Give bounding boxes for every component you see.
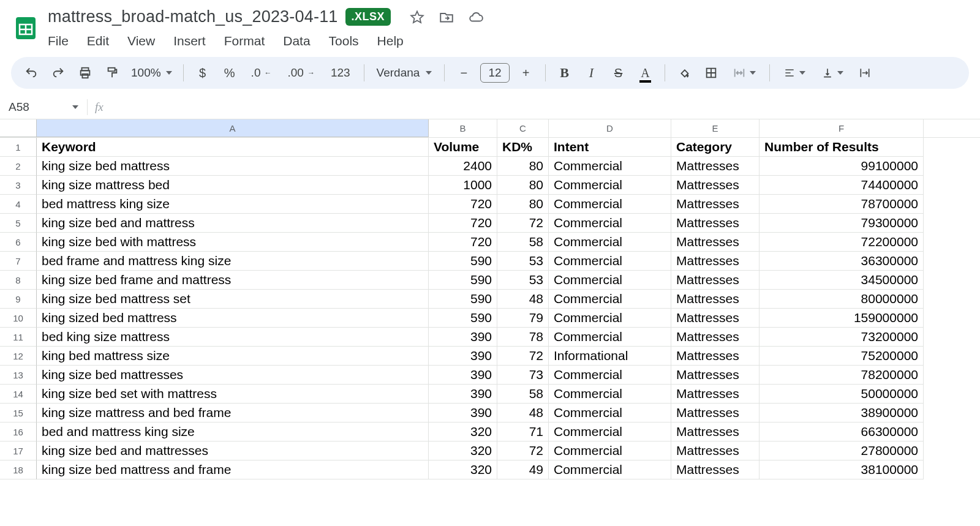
row-header[interactable]: 5 — [0, 214, 37, 233]
cell-B14[interactable]: 390 — [429, 385, 497, 404]
cell-A1[interactable]: Keyword — [37, 138, 429, 157]
cell-B13[interactable]: 390 — [429, 366, 497, 385]
cell-F17[interactable]: 27800000 — [760, 441, 924, 460]
cell-C6[interactable]: 58 — [497, 233, 549, 252]
cell-C7[interactable]: 53 — [497, 252, 549, 271]
cell-E4[interactable]: Mattresses — [671, 195, 760, 214]
undo-button[interactable] — [21, 62, 42, 83]
cell-D11[interactable]: Commercial — [549, 328, 671, 347]
cell-B2[interactable]: 2400 — [429, 157, 497, 176]
row-header[interactable]: 17 — [0, 441, 37, 460]
cell-B5[interactable]: 720 — [429, 214, 497, 233]
cell-B17[interactable]: 320 — [429, 441, 497, 460]
font-size-increase[interactable]: + — [516, 62, 537, 83]
cell-B4[interactable]: 720 — [429, 195, 497, 214]
cell-B8[interactable]: 590 — [429, 271, 497, 290]
row-header[interactable]: 10 — [0, 309, 37, 328]
print-button[interactable] — [75, 62, 96, 83]
cell-C4[interactable]: 80 — [497, 195, 549, 214]
cell-C1[interactable]: KD% — [497, 138, 549, 157]
borders-button[interactable] — [701, 62, 722, 83]
bold-button[interactable]: B — [554, 62, 575, 83]
cell-B1[interactable]: Volume — [429, 138, 497, 157]
cell-A3[interactable]: king size mattress bed — [37, 176, 429, 195]
cell-C12[interactable]: 72 — [497, 347, 549, 366]
text-wrap-button[interactable] — [854, 62, 875, 83]
strikethrough-button[interactable]: S — [608, 62, 629, 83]
cell-A13[interactable]: king size bed mattresses — [37, 366, 429, 385]
fill-color-button[interactable] — [674, 62, 695, 83]
column-header-C[interactable]: C — [497, 119, 549, 137]
row-header[interactable]: 8 — [0, 271, 37, 290]
row-header[interactable]: 14 — [0, 385, 37, 404]
merge-cells-button[interactable] — [728, 62, 761, 83]
cell-F16[interactable]: 66300000 — [760, 423, 924, 441]
cell-E11[interactable]: Mattresses — [671, 328, 760, 347]
cell-B16[interactable]: 320 — [429, 423, 497, 441]
vertical-align-button[interactable] — [816, 62, 848, 83]
cell-C13[interactable]: 73 — [497, 366, 549, 385]
redo-button[interactable] — [48, 62, 69, 83]
row-header[interactable]: 12 — [0, 347, 37, 366]
cell-F13[interactable]: 78200000 — [760, 366, 924, 385]
row-header[interactable]: 18 — [0, 460, 37, 479]
cell-D16[interactable]: Commercial — [549, 423, 671, 441]
row-header[interactable]: 4 — [0, 195, 37, 214]
row-header[interactable]: 1 — [0, 138, 37, 157]
cell-E8[interactable]: Mattresses — [671, 271, 760, 290]
cell-D15[interactable]: Commercial — [549, 404, 671, 423]
cell-F8[interactable]: 34500000 — [760, 271, 924, 290]
cell-F9[interactable]: 80000000 — [760, 290, 924, 309]
cell-C16[interactable]: 71 — [497, 423, 549, 441]
cell-E15[interactable]: Mattresses — [671, 404, 760, 423]
move-icon[interactable] — [439, 9, 454, 25]
cell-D17[interactable]: Commercial — [549, 441, 671, 460]
cell-E2[interactable]: Mattresses — [671, 157, 760, 176]
cell-B3[interactable]: 1000 — [429, 176, 497, 195]
row-header[interactable]: 3 — [0, 176, 37, 195]
cell-F1[interactable]: Number of Results — [760, 138, 924, 157]
menu-edit[interactable]: Edit — [87, 32, 109, 50]
cell-A17[interactable]: king size bed and mattresses — [37, 441, 429, 460]
horizontal-align-button[interactable] — [778, 62, 810, 83]
cell-F15[interactable]: 38900000 — [760, 404, 924, 423]
cell-D14[interactable]: Commercial — [549, 385, 671, 404]
menu-view[interactable]: View — [127, 32, 155, 50]
cell-A2[interactable]: king size bed mattress — [37, 157, 429, 176]
cell-A8[interactable]: king size bed frame and mattress — [37, 271, 429, 290]
select-all-cell[interactable] — [0, 119, 37, 137]
cell-A11[interactable]: bed king size mattress — [37, 328, 429, 347]
cell-E14[interactable]: Mattresses — [671, 385, 760, 404]
cell-D9[interactable]: Commercial — [549, 290, 671, 309]
cell-E9[interactable]: Mattresses — [671, 290, 760, 309]
cell-C9[interactable]: 48 — [497, 290, 549, 309]
cell-E12[interactable]: Mattresses — [671, 347, 760, 366]
font-selector[interactable]: Verdana — [373, 66, 436, 80]
menu-tools[interactable]: Tools — [329, 32, 359, 50]
cell-C2[interactable]: 80 — [497, 157, 549, 176]
cell-E6[interactable]: Mattresses — [671, 233, 760, 252]
cell-D18[interactable]: Commercial — [549, 460, 671, 479]
more-formats-button[interactable]: 123 — [326, 62, 355, 83]
cell-E3[interactable]: Mattresses — [671, 176, 760, 195]
column-header-A[interactable]: A — [37, 119, 429, 137]
cell-E1[interactable]: Category — [671, 138, 760, 157]
cell-D5[interactable]: Commercial — [549, 214, 671, 233]
cell-F12[interactable]: 75200000 — [760, 347, 924, 366]
document-title[interactable]: mattress_broad-match_us_2023-04-11 — [48, 7, 338, 26]
cell-C8[interactable]: 53 — [497, 271, 549, 290]
text-color-button[interactable]: A — [635, 62, 656, 83]
cell-F7[interactable]: 36300000 — [760, 252, 924, 271]
cell-F14[interactable]: 50000000 — [760, 385, 924, 404]
cell-E18[interactable]: Mattresses — [671, 460, 760, 479]
cell-B9[interactable]: 590 — [429, 290, 497, 309]
cell-E5[interactable]: Mattresses — [671, 214, 760, 233]
paint-format-button[interactable] — [102, 62, 123, 83]
cell-F2[interactable]: 99100000 — [760, 157, 924, 176]
cell-B18[interactable]: 320 — [429, 460, 497, 479]
cell-A6[interactable]: king size bed with mattress — [37, 233, 429, 252]
column-header-B[interactable]: B — [429, 119, 497, 137]
cell-C3[interactable]: 80 — [497, 176, 549, 195]
cell-F18[interactable]: 38100000 — [760, 460, 924, 479]
cell-C5[interactable]: 72 — [497, 214, 549, 233]
